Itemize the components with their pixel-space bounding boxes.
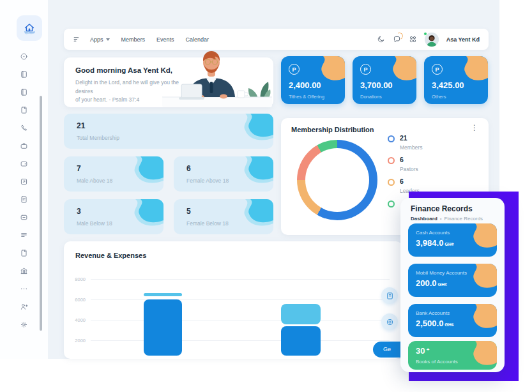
stat-label: Others [432, 94, 446, 100]
dashboard-page: AppsMembersEventsCalendar [0, 0, 532, 392]
dark-mode-icon[interactable] [377, 35, 385, 43]
bar-segment[interactable] [144, 293, 182, 297]
membership-card-female-below-18[interactable]: 5Female Below 18 [174, 199, 273, 234]
breadcrumb-dashboard[interactable]: Dashboard [411, 216, 437, 222]
sidebar-item-calls[interactable] [17, 120, 32, 135]
user-name: Asa Yent Kd [446, 36, 480, 43]
finance-card-label: Cash Accounts [416, 230, 450, 236]
finance-card-currency: GH¢ [443, 242, 453, 246]
quick-target-button[interactable] [381, 313, 398, 330]
greeting-card: Good morning Asa Yent Kd, Delight in the… [64, 57, 273, 107]
quick-journal-button[interactable] [381, 287, 398, 304]
membership-card-female-above-18[interactable]: 6Female Above 18 [174, 156, 273, 192]
sidebar-item-dashboard[interactable] [17, 49, 32, 64]
legend-item-hidden[interactable] [388, 200, 400, 207]
filter-menu-icon[interactable] [73, 35, 81, 43]
distribution-title: Membership Distribution [291, 126, 374, 133]
y-axis-tick: 6000 [69, 297, 86, 303]
legend-marker [388, 200, 395, 207]
currency-p-icon: P [360, 64, 371, 75]
revenue-title: Revenue & Expenses [75, 252, 146, 259]
cyan-blob-decoration [130, 199, 163, 234]
breadcrumb-separator: • [440, 216, 442, 222]
community-icon[interactable] [409, 35, 417, 43]
topbar-menu: AppsMembersEventsCalendar [90, 36, 209, 43]
sidebar-item-cards[interactable] [17, 209, 32, 225]
revenue-expenses-card: Revenue & Expenses 8000600040002000 [64, 241, 402, 359]
stat-card-donations[interactable]: P3,700.00Donations [353, 56, 416, 104]
menu-item-events[interactable]: Events [156, 36, 174, 43]
sidebar-item-wallet[interactable] [17, 156, 32, 171]
cyan-blob-decoration [240, 114, 273, 148]
total-membership-value: 21 [77, 121, 85, 130]
chat-icon[interactable] [393, 35, 401, 43]
cyan-blob-decoration [130, 156, 163, 191]
menu-item-apps[interactable]: Apps [90, 36, 110, 43]
finance-card-suffix: + [425, 347, 429, 352]
menu-item-label: Calendar [186, 36, 209, 43]
menu-item-label: Events [156, 36, 174, 43]
legend-label: Members [400, 144, 422, 151]
bar-segment[interactable] [281, 304, 321, 324]
finance-card-value: 200.0 GH¢ [416, 278, 447, 288]
membership-label: Male Below 18 [77, 220, 112, 227]
finance-card-value: 3,984.0 GH¢ [416, 238, 454, 248]
sidebar-item-documents[interactable] [17, 102, 32, 117]
kebab-menu-icon[interactable]: ⋮ [471, 123, 478, 132]
chevron-down-icon [106, 38, 110, 41]
sidebar [0, 0, 48, 359]
app-logo[interactable] [17, 15, 42, 41]
membership-card-male-above-18[interactable]: 7Male Above 18 [64, 156, 163, 192]
legend-marker [388, 157, 395, 164]
sidebar-item-settings[interactable] [17, 317, 32, 332]
membership-label: Male Above 18 [77, 177, 112, 184]
menu-item-label: Apps [90, 36, 103, 43]
stat-value: 2,400.00 [289, 80, 321, 90]
membership-label: Female Above 18 [186, 177, 229, 184]
sidebar-item-files[interactable] [17, 245, 32, 260]
sidebar-item-add-member[interactable] [17, 299, 32, 314]
finance-card-books-of-accounts[interactable]: 30 +Books of Accounts [408, 341, 497, 370]
breadcrumb-current-page: Finance Records [445, 216, 483, 222]
bar-segment[interactable] [144, 299, 182, 356]
user-avatar[interactable] [425, 33, 439, 47]
menu-item-calendar[interactable]: Calendar [186, 36, 209, 43]
sidebar-item-reports[interactable] [17, 227, 32, 243]
sidebar-item-records-book[interactable] [17, 84, 32, 100]
legend-marker [388, 135, 395, 142]
sidebar-item-invoices[interactable] [17, 192, 32, 207]
finance-card-bank-accounts[interactable]: Bank Accounts2,500.0 GH¢ [408, 304, 497, 337]
sidebar-item-organization[interactable] [17, 138, 32, 153]
legend-item-pastors[interactable]: 6Pastors [388, 156, 418, 172]
journal-icon [386, 292, 394, 300]
finance-card-mobil-money-accounts[interactable]: Mobil Money Accounts200.0 GH¢ [408, 264, 497, 297]
bar-segment[interactable] [281, 326, 321, 356]
total-membership-card[interactable]: 21 Total Membership [64, 114, 273, 149]
chart-gridline [91, 299, 390, 300]
stat-card-others[interactable]: P3,425.00Others [424, 56, 488, 104]
total-membership-label: Total Membership [77, 135, 119, 141]
sidebar-item-transfers[interactable] [17, 174, 32, 189]
menu-item-members[interactable]: Members [121, 36, 146, 43]
y-axis-tick: 8000 [69, 276, 86, 282]
chart-gridline [91, 279, 390, 280]
stat-label: Donations [360, 94, 382, 100]
sidebar-scrollbar[interactable] [40, 96, 42, 331]
stat-card-tithes-offering[interactable]: P2,400.00Tithes & Offering [281, 56, 345, 104]
membership-card-male-below-18[interactable]: 3Male Below 18 [64, 199, 163, 234]
breadcrumb: Dashboard • Finance Records [411, 216, 483, 222]
orange-blob-decoration [467, 341, 497, 370]
finance-card-label: Bank Accounts [416, 310, 450, 316]
finance-card-cash-accounts[interactable]: Cash Accounts3,984.0 GH¢ [408, 223, 497, 257]
finance-card-currency: GH¢ [437, 282, 447, 287]
finance-card-currency: GH¢ [443, 322, 453, 327]
legend-label: Pastors [400, 166, 418, 172]
y-axis-tick: 4000 [69, 317, 86, 323]
stat-label: Tithes & Offering [289, 94, 324, 100]
sidebar-item-bank[interactable] [17, 263, 32, 278]
sidebar-item-more[interactable] [17, 281, 32, 296]
legend-item-members[interactable]: 21Members [388, 135, 422, 151]
stat-value: 3,700.00 [360, 80, 393, 90]
sidebar-item-members-book[interactable] [17, 66, 32, 82]
cyan-blob-decoration [240, 156, 273, 191]
